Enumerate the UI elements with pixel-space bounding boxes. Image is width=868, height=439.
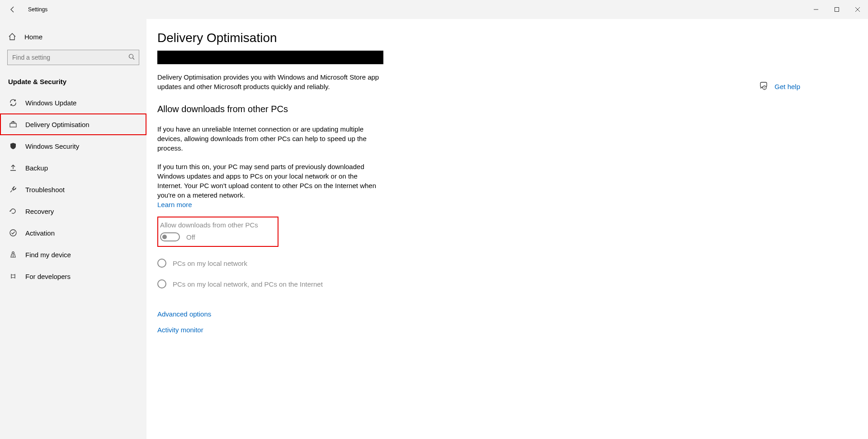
check-circle-icon	[9, 229, 17, 237]
svg-point-8	[12, 252, 14, 254]
sidebar-item-activation[interactable]: Activation	[0, 222, 146, 244]
titlebar: Settings	[0, 0, 868, 19]
svg-rect-6	[10, 123, 16, 127]
allow-downloads-toggle-block: Allow downloads from other PCs Off	[157, 217, 278, 247]
wrench-icon	[9, 185, 17, 194]
sidebar-item-windows-update[interactable]: Windows Update	[0, 92, 146, 113]
sidebar-item-label: Windows Update	[25, 99, 76, 107]
sidebar-item-label: Troubleshoot	[25, 186, 65, 194]
sidebar-item-windows-security[interactable]: Windows Security	[0, 135, 146, 157]
advanced-options-link[interactable]: Advanced options	[157, 310, 850, 318]
location-icon	[9, 250, 17, 259]
sidebar-home-label: Home	[24, 33, 42, 41]
section-heading: Allow downloads from other PCs	[157, 104, 850, 114]
upload-icon	[9, 164, 17, 172]
page-title: Delivery Optimisation	[157, 31, 850, 45]
maximize-button[interactable]	[826, 0, 847, 19]
svg-point-7	[10, 230, 16, 236]
search-icon	[128, 54, 135, 61]
sidebar-item-label: Activation	[25, 229, 55, 237]
radio-label: PCs on my local network, and PCs on the …	[173, 280, 323, 288]
activity-monitor-link[interactable]: Activity monitor	[157, 326, 850, 334]
minimize-button[interactable]	[806, 0, 826, 19]
sidebar-item-label: Find my device	[25, 251, 71, 259]
home-icon	[8, 33, 16, 41]
svg-rect-1	[835, 8, 839, 12]
redacted-banner	[157, 51, 383, 64]
sidebar-item-label: Backup	[25, 164, 48, 172]
svg-point-4	[129, 54, 133, 58]
sidebar-item-troubleshoot[interactable]: Troubleshoot	[0, 179, 146, 200]
radio-icon	[157, 279, 166, 288]
shield-icon	[9, 142, 17, 150]
sidebar-item-for-developers[interactable]: For developers	[0, 265, 146, 287]
search-input[interactable]	[7, 50, 139, 65]
sidebar-item-label: Delivery Optimisation	[25, 121, 90, 128]
get-help-link[interactable]: Get help	[774, 83, 800, 90]
sidebar-section-title: Update & Security	[0, 73, 146, 92]
radio-icon	[157, 259, 166, 268]
developer-icon	[9, 272, 17, 280]
svg-line-5	[133, 58, 135, 60]
recovery-icon	[9, 207, 17, 215]
help-icon: ?	[759, 81, 768, 92]
back-button[interactable]	[8, 5, 17, 14]
sidebar-item-label: For developers	[25, 273, 71, 280]
sidebar: Home Update & Security Windows Update De…	[0, 19, 146, 439]
sidebar-item-label: Recovery	[25, 208, 54, 215]
sync-icon	[9, 99, 17, 107]
sidebar-item-recovery[interactable]: Recovery	[0, 200, 146, 222]
section-para-1: If you have an unreliable Internet conne…	[157, 124, 383, 153]
radio-local-and-internet[interactable]: PCs on my local network, and PCs on the …	[157, 279, 850, 288]
close-button[interactable]	[847, 0, 868, 19]
radio-label: PCs on my local network	[173, 260, 247, 267]
radio-local-network[interactable]: PCs on my local network	[157, 259, 850, 268]
sidebar-home[interactable]: Home	[0, 27, 146, 46]
help-panel: ? Get help	[759, 81, 800, 92]
content-area: Delivery Optimisation Delivery Optimisat…	[146, 19, 868, 439]
sidebar-item-label: Windows Security	[25, 142, 79, 150]
delivery-icon	[9, 120, 17, 128]
sidebar-item-find-my-device[interactable]: Find my device	[0, 244, 146, 265]
toggle-label: Allow downloads from other PCs	[160, 221, 276, 229]
window-title: Settings	[28, 6, 47, 13]
intro-text: Delivery Optimisation provides you with …	[157, 72, 383, 91]
section-para-2: If you turn this on, your PC may send pa…	[157, 162, 383, 200]
learn-more-link[interactable]: Learn more	[157, 201, 192, 208]
sidebar-item-backup[interactable]: Backup	[0, 157, 146, 179]
toggle-state: Off	[186, 233, 195, 241]
allow-downloads-toggle[interactable]	[160, 232, 180, 241]
sidebar-item-delivery-optimisation[interactable]: Delivery Optimisation	[0, 113, 146, 135]
window-controls	[806, 0, 868, 19]
